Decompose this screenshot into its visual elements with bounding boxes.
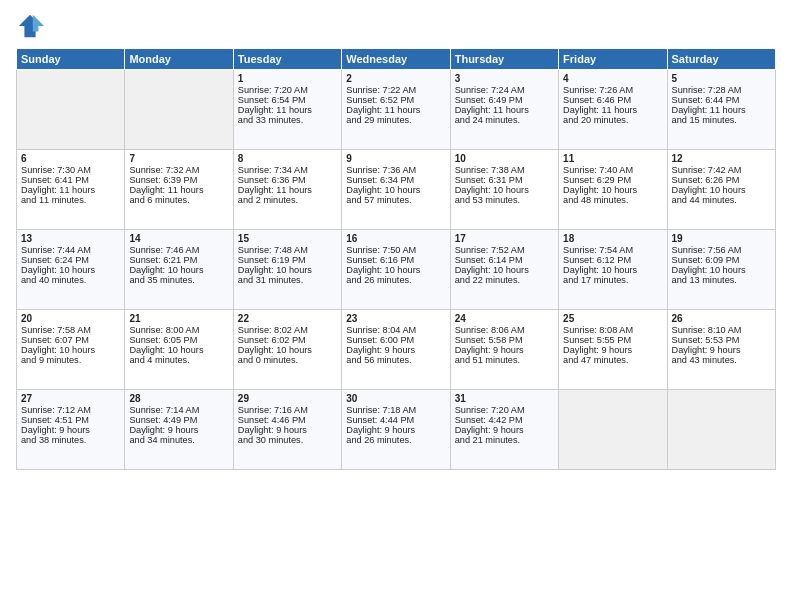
- day-info-line: and 57 minutes.: [346, 195, 445, 205]
- day-info-line: Sunrise: 7:26 AM: [563, 85, 662, 95]
- calendar-cell: 17Sunrise: 7:52 AMSunset: 6:14 PMDayligh…: [450, 230, 558, 310]
- day-info-line: Sunset: 6:02 PM: [238, 335, 337, 345]
- day-info-line: Daylight: 11 hours: [346, 105, 445, 115]
- day-info-line: and 44 minutes.: [672, 195, 771, 205]
- day-number: 3: [455, 73, 554, 84]
- day-info-line: and 21 minutes.: [455, 435, 554, 445]
- day-info-line: Sunrise: 8:06 AM: [455, 325, 554, 335]
- day-info-line: Daylight: 11 hours: [238, 105, 337, 115]
- day-number: 28: [129, 393, 228, 404]
- calendar-cell: 24Sunrise: 8:06 AMSunset: 5:58 PMDayligh…: [450, 310, 558, 390]
- day-info-line: Sunrise: 7:32 AM: [129, 165, 228, 175]
- day-info-line: and 29 minutes.: [346, 115, 445, 125]
- day-number: 24: [455, 313, 554, 324]
- day-number: 15: [238, 233, 337, 244]
- day-number: 13: [21, 233, 120, 244]
- day-info-line: Sunrise: 7:22 AM: [346, 85, 445, 95]
- day-number: 22: [238, 313, 337, 324]
- day-info-line: and 4 minutes.: [129, 355, 228, 365]
- day-info-line: Sunset: 6:29 PM: [563, 175, 662, 185]
- calendar-cell: 28Sunrise: 7:14 AMSunset: 4:49 PMDayligh…: [125, 390, 233, 470]
- logo: [16, 12, 48, 40]
- day-info-line: and 6 minutes.: [129, 195, 228, 205]
- day-info-line: Sunrise: 8:08 AM: [563, 325, 662, 335]
- logo-icon: [16, 12, 44, 40]
- day-number: 10: [455, 153, 554, 164]
- day-info-line: Daylight: 9 hours: [238, 425, 337, 435]
- day-info-line: Daylight: 10 hours: [21, 345, 120, 355]
- day-info-line: and 24 minutes.: [455, 115, 554, 125]
- day-info-line: Daylight: 9 hours: [455, 345, 554, 355]
- day-number: 21: [129, 313, 228, 324]
- day-number: 4: [563, 73, 662, 84]
- day-info-line: Daylight: 9 hours: [346, 425, 445, 435]
- day-info-line: Sunrise: 7:50 AM: [346, 245, 445, 255]
- calendar-cell: 4Sunrise: 7:26 AMSunset: 6:46 PMDaylight…: [559, 70, 667, 150]
- day-info-line: Daylight: 10 hours: [346, 185, 445, 195]
- calendar-cell: [559, 390, 667, 470]
- day-info-line: and 0 minutes.: [238, 355, 337, 365]
- day-number: 16: [346, 233, 445, 244]
- day-info-line: Daylight: 11 hours: [672, 105, 771, 115]
- day-info-line: and 9 minutes.: [21, 355, 120, 365]
- day-number: 29: [238, 393, 337, 404]
- day-info-line: Sunrise: 7:12 AM: [21, 405, 120, 415]
- day-info-line: Sunrise: 8:04 AM: [346, 325, 445, 335]
- day-number: 26: [672, 313, 771, 324]
- day-number: 17: [455, 233, 554, 244]
- calendar-cell: 11Sunrise: 7:40 AMSunset: 6:29 PMDayligh…: [559, 150, 667, 230]
- day-info-line: and 15 minutes.: [672, 115, 771, 125]
- day-number: 25: [563, 313, 662, 324]
- day-info-line: Sunrise: 8:00 AM: [129, 325, 228, 335]
- day-info-line: Daylight: 10 hours: [21, 265, 120, 275]
- day-info-line: Sunset: 4:42 PM: [455, 415, 554, 425]
- day-info-line: Daylight: 9 hours: [563, 345, 662, 355]
- header-day: Sunday: [17, 49, 125, 70]
- day-info-line: Daylight: 10 hours: [455, 185, 554, 195]
- day-info-line: Daylight: 11 hours: [21, 185, 120, 195]
- day-info-line: Sunrise: 7:58 AM: [21, 325, 120, 335]
- calendar-table: SundayMondayTuesdayWednesdayThursdayFrid…: [16, 48, 776, 470]
- day-info-line: and 53 minutes.: [455, 195, 554, 205]
- day-info-line: Sunset: 6:26 PM: [672, 175, 771, 185]
- day-info-line: Daylight: 10 hours: [672, 265, 771, 275]
- day-info-line: Daylight: 10 hours: [238, 345, 337, 355]
- day-info-line: Daylight: 10 hours: [455, 265, 554, 275]
- day-info-line: and 40 minutes.: [21, 275, 120, 285]
- calendar-cell: 19Sunrise: 7:56 AMSunset: 6:09 PMDayligh…: [667, 230, 775, 310]
- day-info-line: Sunrise: 7:54 AM: [563, 245, 662, 255]
- day-number: 11: [563, 153, 662, 164]
- day-info-line: Sunset: 6:54 PM: [238, 95, 337, 105]
- day-number: 31: [455, 393, 554, 404]
- day-info-line: Sunrise: 8:10 AM: [672, 325, 771, 335]
- day-info-line: Sunset: 6:21 PM: [129, 255, 228, 265]
- day-info-line: Sunrise: 7:48 AM: [238, 245, 337, 255]
- day-info-line: Daylight: 10 hours: [346, 265, 445, 275]
- day-info-line: Sunset: 6:52 PM: [346, 95, 445, 105]
- calendar-cell: 12Sunrise: 7:42 AMSunset: 6:26 PMDayligh…: [667, 150, 775, 230]
- day-info-line: and 56 minutes.: [346, 355, 445, 365]
- day-info-line: Sunset: 6:36 PM: [238, 175, 337, 185]
- calendar-cell: 16Sunrise: 7:50 AMSunset: 6:16 PMDayligh…: [342, 230, 450, 310]
- calendar-cell: [667, 390, 775, 470]
- day-info-line: and 33 minutes.: [238, 115, 337, 125]
- day-info-line: and 26 minutes.: [346, 275, 445, 285]
- day-info-line: Sunset: 6:34 PM: [346, 175, 445, 185]
- header-day: Friday: [559, 49, 667, 70]
- day-info-line: Sunset: 6:46 PM: [563, 95, 662, 105]
- calendar-cell: 13Sunrise: 7:44 AMSunset: 6:24 PMDayligh…: [17, 230, 125, 310]
- day-info-line: Sunrise: 7:24 AM: [455, 85, 554, 95]
- day-info-line: Sunrise: 7:16 AM: [238, 405, 337, 415]
- day-info-line: and 22 minutes.: [455, 275, 554, 285]
- day-info-line: Daylight: 10 hours: [563, 185, 662, 195]
- day-info-line: Sunset: 6:12 PM: [563, 255, 662, 265]
- header-day: Saturday: [667, 49, 775, 70]
- day-info-line: and 13 minutes.: [672, 275, 771, 285]
- day-number: 6: [21, 153, 120, 164]
- calendar-week: 27Sunrise: 7:12 AMSunset: 4:51 PMDayligh…: [17, 390, 776, 470]
- day-number: 14: [129, 233, 228, 244]
- calendar-cell: 6Sunrise: 7:30 AMSunset: 6:41 PMDaylight…: [17, 150, 125, 230]
- day-info-line: Daylight: 10 hours: [129, 345, 228, 355]
- day-info-line: Daylight: 9 hours: [455, 425, 554, 435]
- calendar-week: 1Sunrise: 7:20 AMSunset: 6:54 PMDaylight…: [17, 70, 776, 150]
